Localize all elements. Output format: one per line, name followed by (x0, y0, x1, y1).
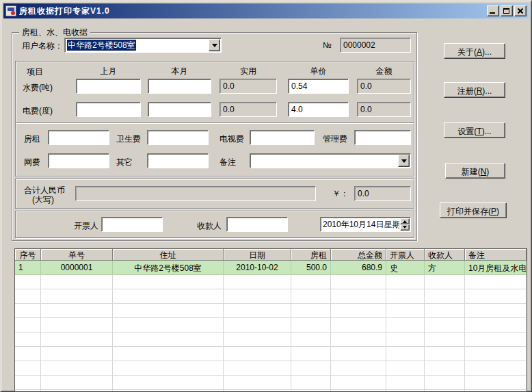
water-amount-field: 0.0 (357, 79, 411, 94)
meter-header-usage: 实用 (220, 66, 277, 77)
table-row-empty[interactable] (15, 304, 527, 318)
table-cell (331, 347, 386, 361)
remarks-value (250, 154, 397, 168)
table-cell (386, 275, 425, 289)
table-cell (425, 289, 465, 304)
table-cell (386, 361, 425, 376)
remarks-combobox[interactable] (250, 153, 411, 168)
electric-last-month-input[interactable] (76, 102, 141, 117)
table-cell (224, 332, 291, 347)
water-last-month-input[interactable] (76, 79, 141, 94)
table-row-empty[interactable] (15, 361, 527, 376)
table-cell (15, 318, 41, 332)
table-cell (15, 376, 41, 390)
table-row-empty[interactable] (15, 275, 527, 289)
table-cell (224, 361, 291, 376)
table-cell (224, 318, 291, 332)
table-cell (331, 361, 386, 376)
button-label: 关于( (457, 47, 477, 57)
table-cell (425, 361, 465, 376)
table-cell (425, 304, 465, 318)
column-header[interactable]: 开票人 (386, 249, 425, 261)
internet-input[interactable] (48, 153, 109, 168)
other-input[interactable] (147, 153, 209, 168)
table-cell (113, 275, 224, 289)
table-cell (291, 289, 331, 304)
column-header[interactable]: 单号 (41, 249, 113, 261)
table-row-empty[interactable] (15, 332, 527, 347)
chevron-down-icon (212, 44, 217, 50)
register-button[interactable]: 注册(R)... (444, 82, 505, 98)
sanitation-input[interactable] (147, 130, 209, 145)
table-cell (113, 347, 224, 361)
date-picker[interactable]: 2010年10月14日星期四 (320, 217, 411, 232)
user-name-value: 中华路2号楼508室 (65, 38, 208, 52)
column-header[interactable]: 日期 (224, 249, 291, 261)
table-cell (386, 332, 425, 347)
date-spinner (400, 218, 410, 231)
table-row-empty[interactable] (15, 347, 527, 361)
table-cell (291, 361, 331, 376)
electric-amount-field: 0.0 (357, 102, 411, 117)
electric-unit-price-input[interactable] (288, 102, 349, 117)
table-cell (331, 304, 386, 318)
remarks-dropdown-button[interactable] (398, 155, 410, 167)
issuer-label: 开票人 (74, 220, 98, 232)
table-cell (41, 275, 113, 289)
column-header[interactable]: 备注 (465, 249, 527, 261)
spin-down-button[interactable] (400, 224, 410, 231)
spin-up-button[interactable] (400, 218, 410, 224)
total-amount-field: 0.0 (354, 186, 411, 201)
table-cell (113, 289, 224, 304)
user-name-combobox[interactable]: 中华路2号楼508室 (64, 38, 222, 53)
table-cell (15, 361, 41, 376)
column-header[interactable]: 房租 (291, 249, 331, 261)
table-cell (41, 304, 113, 318)
column-header[interactable]: 收款人 (425, 249, 465, 261)
new-button[interactable]: 新建(N) (445, 163, 505, 179)
table-cell: 680.9 (331, 261, 386, 275)
column-header[interactable]: 总金额 (331, 249, 386, 261)
column-header[interactable]: 住址 (113, 249, 224, 261)
amount-in-words-field (75, 186, 316, 201)
electric-this-month-input[interactable] (148, 102, 211, 117)
button-label: 新建( (462, 167, 481, 177)
water-this-month-input[interactable] (148, 79, 211, 94)
tv-input[interactable] (250, 130, 315, 145)
settings-button[interactable]: 设置(T)... (444, 122, 505, 138)
column-header[interactable]: 序号 (15, 249, 41, 261)
table-row-empty[interactable] (15, 318, 527, 332)
about-button[interactable]: 关于(A)... (444, 43, 505, 59)
maximize-button[interactable] (501, 5, 513, 16)
user-name-dropdown-button[interactable] (209, 39, 220, 51)
table-cell (113, 361, 224, 376)
management-input[interactable] (354, 130, 411, 145)
table-cell (386, 318, 425, 332)
internet-label: 网费 (24, 157, 40, 168)
table-cell (425, 347, 465, 361)
close-button[interactable] (514, 5, 527, 16)
issuer-input[interactable] (101, 217, 163, 232)
table-row-empty[interactable] (15, 289, 527, 304)
table-row-empty[interactable] (15, 376, 527, 390)
minimize-icon (490, 12, 495, 14)
table-cell (291, 347, 331, 361)
table-row-selected[interactable]: 1 0000001 中华路2号楼508室 2010-10-02 500.0 68… (15, 261, 527, 275)
table-cell (425, 275, 465, 289)
rent-input[interactable] (48, 130, 109, 145)
minimize-button[interactable] (487, 5, 499, 16)
user-name-label: 用户名称： (22, 40, 63, 52)
water-unit-price-input[interactable] (288, 79, 349, 94)
table-cell (465, 289, 527, 304)
table-cell (291, 275, 331, 289)
table-cell: 500.0 (291, 261, 331, 275)
table-cell (224, 376, 291, 390)
table-cell (15, 347, 41, 361)
meter-header-unitprice: 单价 (288, 66, 349, 77)
table-cell (224, 289, 291, 304)
payee-input[interactable] (226, 217, 288, 232)
print-save-button[interactable]: 打印并保存(P) (440, 202, 507, 218)
table-cell (15, 289, 41, 304)
table-cell (386, 304, 425, 318)
table-cell (465, 347, 527, 361)
